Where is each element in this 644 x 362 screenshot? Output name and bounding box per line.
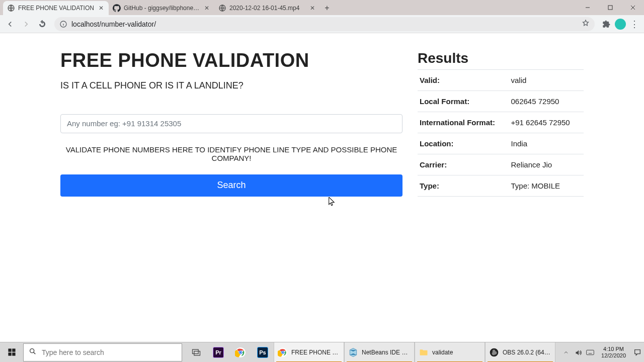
browser-toolbar: localhost/number-validator/ ⋮	[0, 15, 644, 33]
results-row: Location:India	[418, 133, 584, 154]
svg-point-13	[30, 349, 34, 353]
extensions-icon[interactable]	[602, 20, 611, 29]
system-tray: 4:10 PM 12/2/2020	[560, 342, 644, 362]
forward-button[interactable]	[19, 17, 33, 31]
close-icon[interactable]: ✕	[309, 5, 316, 12]
globe-icon	[218, 4, 226, 12]
result-key: International Format:	[418, 112, 509, 133]
svg-rect-15	[193, 349, 199, 353]
svg-rect-24	[587, 350, 594, 354]
volume-icon[interactable]	[574, 348, 582, 356]
result-key: Type:	[418, 175, 509, 197]
taskbar-app-obs[interactable]: OBS 26.0.2 (64-bi...	[485, 342, 555, 363]
premiere-icon: Pr	[213, 347, 224, 358]
notification-icon[interactable]	[633, 348, 642, 357]
results-heading: Results	[418, 50, 584, 66]
taskbar-app-chrome-running[interactable]: FREE PHONE VA...	[274, 342, 344, 363]
tab-title: GitHub - giggsey/libphonenumb	[124, 5, 201, 12]
tab-2[interactable]: 2020-12-02 16-01-45.mp4 ✕	[214, 1, 320, 15]
globe-icon	[7, 4, 15, 12]
search-icon	[29, 347, 37, 357]
new-tab-button[interactable]: +	[320, 1, 334, 15]
time-text: 4:10 PM	[601, 346, 626, 352]
svg-rect-12	[12, 352, 15, 355]
task-view-button[interactable]	[185, 342, 207, 363]
date-text: 12/2/2020	[601, 352, 626, 359]
windows-taskbar: Pr Ps FREE PHONE VA... NetBeans I	[0, 342, 644, 362]
site-info-icon[interactable]	[59, 20, 67, 28]
reload-button[interactable]	[35, 17, 49, 31]
page-title: FREE PHONE VALIDATION	[60, 50, 403, 71]
svg-line-14	[34, 352, 36, 354]
bookmark-star-icon[interactable]	[582, 19, 590, 29]
task-label: NetBeans IDE 8.0	[362, 349, 410, 356]
results-row: Local Format:062645 72950	[418, 91, 584, 112]
close-icon[interactable]: ✕	[203, 5, 210, 12]
help-text: VALIDATE PHONE NUMBERS HERE TO IDENTIFY …	[60, 145, 403, 162]
taskbar-app-explorer[interactable]: validate	[415, 342, 485, 363]
svg-rect-3	[608, 6, 612, 10]
window-controls	[576, 0, 644, 15]
tab-title: 2020-12-02 16-01-45.mp4	[229, 5, 307, 12]
page-subtitle: IS IT A CELL PHONE OR IS IT A LANDLINE?	[60, 80, 403, 91]
taskbar-app-photoshop[interactable]: Ps	[252, 342, 274, 363]
start-button[interactable]	[0, 342, 23, 363]
taskbar-app-netbeans[interactable]: NetBeans IDE 8.0	[344, 342, 415, 363]
back-button[interactable]	[3, 17, 17, 31]
close-icon[interactable]: ✕	[98, 5, 105, 12]
taskbar-search[interactable]	[23, 343, 182, 361]
svg-point-22	[282, 351, 284, 353]
results-table: Valid:validLocal Format:062645 72950Inte…	[418, 69, 584, 197]
svg-rect-11	[8, 352, 11, 355]
photoshop-icon: Ps	[257, 347, 268, 358]
github-icon	[113, 4, 121, 12]
obs-icon	[489, 347, 500, 358]
result-value: Reliance Jio	[509, 154, 584, 175]
result-key: Location:	[418, 133, 509, 154]
result-value: Type: MOBILE	[509, 175, 584, 197]
window-close-button[interactable]	[621, 0, 644, 15]
task-view-icon	[191, 347, 202, 358]
phone-input[interactable]	[60, 114, 403, 133]
task-label: FREE PHONE VA...	[291, 349, 339, 356]
taskbar-clock[interactable]: 4:10 PM 12/2/2020	[598, 346, 629, 359]
task-label: validate	[432, 349, 453, 356]
result-value: India	[509, 133, 584, 154]
svg-rect-10	[12, 348, 15, 351]
results-row: International Format:+91 62645 72950	[418, 112, 584, 133]
chrome-icon	[277, 347, 288, 358]
svg-rect-9	[8, 348, 11, 351]
profile-avatar[interactable]	[615, 19, 626, 30]
taskbar-app-chrome-pinned[interactable]	[229, 342, 252, 363]
taskbar-app-premiere[interactable]: Pr	[207, 342, 229, 363]
tab-0[interactable]: FREE PHONE VALIDATION ✕	[3, 1, 109, 15]
result-value: +91 62645 72950	[509, 112, 584, 133]
chrome-icon	[235, 347, 246, 358]
url-text: localhost/number-validator/	[71, 20, 578, 28]
tab-strip: FREE PHONE VALIDATION ✕ GitHub - giggsey…	[0, 0, 334, 15]
browser-titlebar: FREE PHONE VALIDATION ✕ GitHub - giggsey…	[0, 0, 644, 15]
result-key: Carrier:	[418, 154, 509, 175]
result-value: 062645 72950	[509, 91, 584, 112]
search-button[interactable]: Search	[60, 174, 403, 197]
maximize-button[interactable]	[599, 0, 621, 15]
extension-area: ⋮	[600, 19, 641, 30]
result-value: valid	[509, 70, 584, 91]
svg-point-19	[239, 351, 242, 353]
address-bar[interactable]: localhost/number-validator/	[54, 17, 595, 31]
task-label: OBS 26.0.2 (64-bi...	[503, 349, 550, 356]
folder-icon	[418, 347, 429, 358]
tab-title: FREE PHONE VALIDATION	[18, 5, 96, 12]
page-viewport: FREE PHONE VALIDATION IS IT A CELL PHONE…	[0, 33, 644, 342]
netbeans-icon	[348, 347, 359, 358]
result-key: Local Format:	[418, 91, 509, 112]
tray-chevron-icon[interactable]	[562, 348, 570, 356]
results-row: Type:Type: MOBILE	[418, 175, 584, 197]
keyboard-icon[interactable]	[586, 348, 594, 356]
tab-1[interactable]: GitHub - giggsey/libphonenumb ✕	[109, 1, 214, 15]
minimize-button[interactable]	[576, 0, 599, 15]
chrome-menu-icon[interactable]: ⋮	[630, 20, 639, 29]
result-key: Valid:	[418, 70, 509, 91]
svg-rect-16	[194, 351, 200, 355]
taskbar-search-input[interactable]	[42, 348, 177, 356]
